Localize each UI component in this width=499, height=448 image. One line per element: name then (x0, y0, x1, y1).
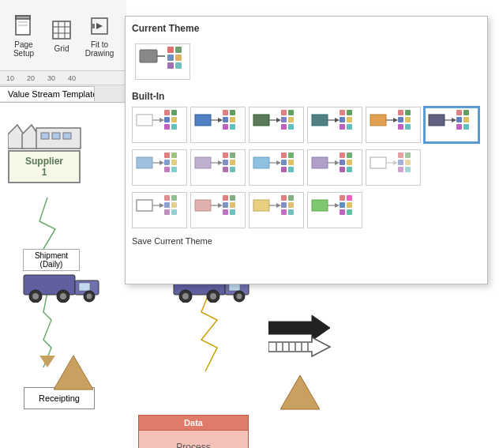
svg-rect-135 (281, 167, 287, 172)
svg-rect-185 (340, 195, 345, 201)
tab-bar: Value Stream Template × (0, 85, 126, 103)
svg-rect-114 (171, 152, 177, 158)
svg-rect-89 (347, 117, 352, 122)
theme-3[interactable] (249, 107, 304, 143)
svg-marker-103 (452, 118, 456, 122)
svg-rect-4 (53, 21, 70, 39)
svg-rect-107 (463, 117, 469, 122)
svg-rect-97 (398, 117, 403, 122)
svg-rect-124 (223, 160, 228, 165)
svg-marker-76 (276, 118, 281, 122)
theme-6[interactable] (424, 107, 479, 143)
current-theme-row (132, 40, 481, 83)
builtin-title: Built-In (132, 91, 481, 102)
kanban-arrow-container (268, 336, 332, 360)
svg-rect-162 (164, 209, 170, 215)
svg-marker-157 (159, 203, 164, 208)
svg-rect-188 (347, 202, 352, 208)
svg-rect-61 (164, 117, 170, 122)
builtin-themes-row1 (132, 107, 481, 143)
page-setup-button[interactable]: Page Setup (6, 10, 41, 61)
theme-1[interactable] (132, 107, 187, 143)
supplier-box: Supplier1 (8, 150, 81, 183)
theme-7[interactable] (132, 149, 187, 186)
current-theme-preview[interactable] (135, 43, 190, 80)
svg-rect-49 (167, 47, 174, 53)
svg-marker-85 (335, 118, 340, 122)
theme-9[interactable] (249, 149, 304, 186)
theme-5[interactable] (366, 107, 421, 143)
svg-rect-173 (253, 200, 269, 211)
svg-rect-72 (223, 124, 228, 130)
svg-rect-140 (340, 152, 345, 158)
current-theme-svg (137, 45, 188, 78)
svg-rect-73 (230, 124, 235, 130)
theme-15[interactable] (249, 192, 304, 228)
theme-10[interactable] (307, 149, 362, 186)
svg-marker-175 (276, 203, 281, 208)
svg-rect-179 (288, 202, 294, 208)
theme-13[interactable] (132, 192, 187, 228)
svg-marker-14 (22, 125, 38, 149)
svg-rect-90 (340, 124, 345, 130)
page-setup-label: Page Setup (8, 40, 39, 58)
svg-rect-51 (167, 55, 174, 61)
svg-rect-128 (253, 157, 269, 168)
svg-rect-69 (230, 110, 235, 115)
factory-icon (8, 119, 83, 150)
svg-rect-50 (175, 47, 182, 53)
theme-17-empty (366, 192, 421, 228)
svg-rect-176 (281, 195, 287, 201)
svg-rect-54 (175, 62, 182, 69)
theme-2[interactable] (190, 107, 246, 143)
truck1-icon (20, 271, 107, 303)
svg-point-23 (32, 293, 39, 299)
svg-marker-13 (8, 125, 24, 149)
svg-rect-126 (223, 167, 228, 172)
svg-rect-71 (230, 117, 235, 122)
svg-rect-11 (92, 24, 95, 28)
theme-8[interactable] (190, 149, 246, 186)
svg-rect-186 (347, 195, 352, 201)
fit-to-drawing-button[interactable]: Fit to Drawing (82, 10, 117, 61)
theme-16[interactable] (307, 192, 362, 228)
svg-rect-160 (164, 202, 170, 208)
theme-4[interactable] (307, 107, 362, 143)
svg-rect-122 (223, 152, 228, 158)
svg-marker-67 (218, 118, 223, 122)
svg-rect-133 (281, 160, 287, 165)
svg-rect-99 (398, 124, 403, 130)
svg-rect-109 (463, 124, 469, 130)
grid-icon (49, 17, 74, 43)
left-triangle (54, 356, 93, 392)
svg-rect-187 (340, 202, 345, 208)
svg-rect-106 (456, 117, 462, 122)
svg-rect-95 (398, 110, 403, 115)
supplier-label: Supplier1 (25, 156, 63, 178)
svg-rect-118 (171, 167, 177, 172)
svg-rect-63 (164, 124, 170, 130)
grid-button[interactable]: Grid (44, 14, 79, 56)
svg-rect-141 (347, 152, 352, 158)
value-stream-tab[interactable]: Value Stream Template × (0, 86, 95, 101)
svg-rect-119 (195, 157, 211, 168)
svg-rect-155 (137, 200, 152, 211)
svg-rect-74 (253, 115, 269, 126)
svg-rect-170 (230, 202, 235, 208)
save-theme-link[interactable]: Save Current Theme (132, 235, 481, 247)
theme-14[interactable] (190, 192, 246, 228)
fit-to-drawing-label: Fit to Drawing (84, 40, 115, 58)
svg-rect-143 (347, 160, 352, 165)
builtin-themes-row3 (132, 192, 481, 228)
svg-rect-123 (230, 152, 235, 158)
svg-rect-137 (312, 157, 328, 168)
svg-rect-105 (463, 110, 469, 115)
svg-rect-171 (223, 209, 228, 215)
svg-rect-59 (164, 110, 170, 115)
svg-rect-153 (398, 167, 403, 172)
theme-18-empty (424, 192, 479, 228)
svg-rect-21 (79, 283, 90, 291)
svg-rect-80 (288, 117, 294, 122)
svg-rect-108 (456, 124, 462, 130)
theme-11[interactable] (366, 149, 421, 186)
